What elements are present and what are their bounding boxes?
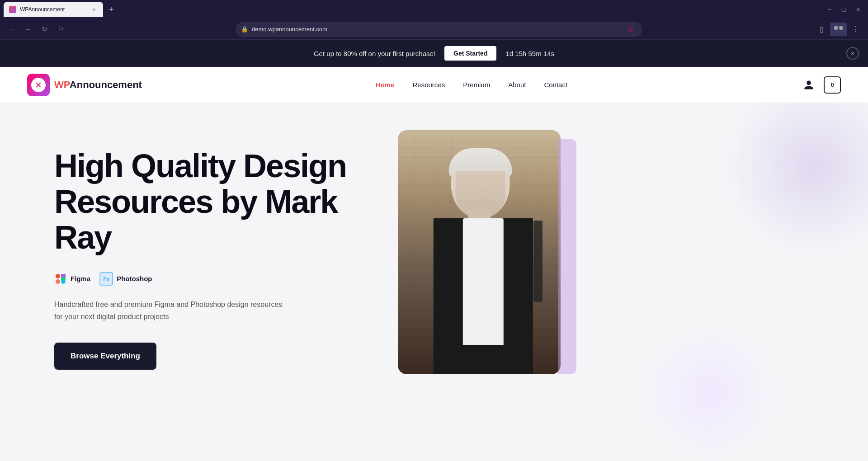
photoshop-icon: Ps — [99, 272, 113, 286]
countdown-timer: 1d 15h 59m 14s — [505, 50, 554, 57]
backpack-strap — [533, 221, 542, 302]
tab-close-icon[interactable]: × — [90, 6, 98, 13]
announcement-close-button[interactable]: × — [846, 47, 859, 60]
blob-2 — [642, 325, 778, 461]
browser-toolbar-right: ▯ ◉◉ ⋮ — [815, 23, 863, 36]
browser-titlebar: WPAnnouncement × + − □ × — [0, 0, 868, 19]
cart-button[interactable]: 0 — [824, 76, 841, 94]
nav-premium[interactable]: Premium — [463, 81, 490, 89]
active-tab[interactable]: WPAnnouncement × — [4, 2, 103, 17]
announcement-bar: Get up to 80% off on your first purchase… — [0, 40, 868, 67]
close-button[interactable]: × — [852, 3, 864, 16]
nav-about[interactable]: About — [508, 81, 526, 89]
figma-icon — [54, 273, 67, 285]
nav-contact[interactable]: Contact — [544, 81, 567, 89]
brave-shield-icon: ☉ — [627, 25, 634, 33]
new-tab-button[interactable]: + — [105, 3, 118, 16]
logo[interactable]: WPAnnouncement — [27, 74, 142, 96]
url-display: demo.wpannouncement.com — [252, 26, 621, 33]
website-content: Get up to 80% off on your first purchase… — [0, 40, 868, 461]
forward-button[interactable]: → — [22, 23, 34, 36]
svg-rect-1 — [56, 279, 60, 284]
nav-resources[interactable]: Resources — [413, 81, 445, 89]
logo-text: WPAnnouncement — [54, 79, 142, 91]
site-navigation: Home Resources Premium About Contact — [376, 81, 567, 89]
back-button[interactable]: ← — [5, 23, 18, 36]
maximize-button[interactable]: □ — [837, 3, 850, 16]
person-head — [451, 148, 510, 218]
site-header: WPAnnouncement Home Resources Premium Ab… — [0, 67, 868, 103]
hero-image-area — [398, 130, 570, 383]
window-controls: − □ × — [823, 3, 864, 16]
nav-home[interactable]: Home — [376, 81, 395, 89]
reload-button[interactable]: ↻ — [38, 23, 51, 36]
cart-count: 0 — [830, 81, 834, 88]
tab-bar: WPAnnouncement × + — [4, 2, 817, 17]
minimize-button[interactable]: − — [823, 3, 835, 16]
security-lock-icon: 🔒 — [241, 26, 248, 33]
profiles-button[interactable]: ▯ — [815, 23, 828, 36]
jacket-right-lapel — [506, 218, 533, 273]
logo-icon — [27, 74, 50, 96]
svg-rect-0 — [56, 274, 60, 278]
hero-title: High Quality Design Resources by Mark Ra… — [54, 148, 371, 256]
browser-frame: WPAnnouncement × + − □ × ← → ↻ ⚐ 🔒 demo.… — [0, 0, 868, 461]
blob-1 — [723, 103, 868, 257]
address-bar[interactable]: 🔒 demo.wpannouncement.com ☉ — [236, 22, 642, 37]
hero-image-card — [398, 130, 561, 374]
bookmark-button[interactable]: ⚐ — [54, 23, 67, 36]
hero-badges: Figma Ps Photoshop — [54, 272, 371, 286]
photoshop-badge: Ps Photoshop — [99, 272, 152, 286]
extensions-button[interactable]: ⋮ — [849, 23, 863, 36]
hero-content: High Quality Design Resources by Mark Ra… — [54, 130, 371, 370]
get-started-button[interactable]: Get Started — [444, 46, 496, 61]
person-shirt — [463, 218, 504, 345]
announcement-text: Get up to 80% off on your first purchase… — [314, 50, 435, 57]
logo-inner-icon — [31, 78, 46, 92]
figma-badge: Figma — [54, 273, 90, 285]
tab-title: WPAnnouncement — [20, 6, 87, 13]
header-actions: 0 — [801, 76, 841, 94]
hero-image-decoration — [558, 139, 576, 374]
user-account-button[interactable] — [801, 77, 816, 93]
brave-shield-button[interactable]: ☉ — [624, 23, 637, 36]
photoshop-label: Photoshop — [117, 275, 152, 282]
hero-person-bg — [398, 130, 561, 374]
hero-section: High Quality Design Resources by Mark Ra… — [0, 103, 868, 461]
svg-point-4 — [61, 277, 66, 281]
tab-favicon-icon — [9, 6, 16, 13]
jacket-left-lapel — [434, 218, 461, 273]
browser-addressbar: ← → ↻ ⚐ 🔒 demo.wpannouncement.com ☉ ▯ ◉◉… — [0, 19, 868, 40]
hero-description: Handcrafted free and premium Figma and P… — [54, 298, 289, 323]
person-jacket — [434, 218, 533, 374]
browse-everything-button[interactable]: Browse Everything — [54, 343, 156, 370]
figma-label: Figma — [71, 275, 90, 282]
reader-view-button[interactable]: ◉◉ — [830, 23, 847, 36]
